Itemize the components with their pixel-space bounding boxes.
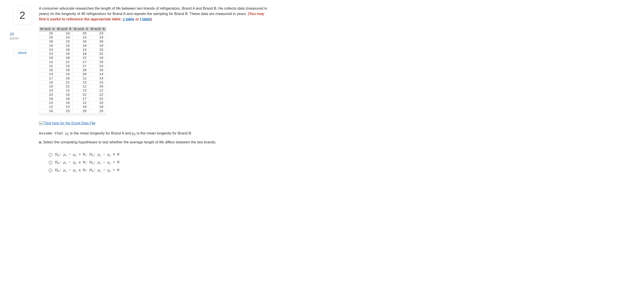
table-header-cell: Brand A <box>39 27 56 32</box>
table-cell: 18 <box>56 68 73 72</box>
intro-text: A consumer advocate researches the lengt… <box>39 6 267 16</box>
table-row: 14121312 <box>39 89 106 93</box>
data-table: Brand ABrand BBrand ABrand B 15242523252… <box>39 27 106 114</box>
table-cell: 16 <box>39 80 56 84</box>
table-scrollbar[interactable] <box>39 114 106 116</box>
table-cell: 21 <box>56 85 73 89</box>
assume-pre: Assume that <box>39 131 66 136</box>
radio-button[interactable] <box>49 153 52 156</box>
points-label: points <box>10 36 36 40</box>
table-cell: 14 <box>39 89 56 93</box>
z-table-link[interactable]: z table <box>123 17 134 21</box>
table-cell: 23 <box>39 52 56 56</box>
table-cell: 18 <box>56 56 73 60</box>
table-cell: 18 <box>90 56 106 60</box>
table-cell: 12 <box>90 89 106 93</box>
table-row: 12131818 <box>39 105 106 109</box>
table-cell: 15 <box>56 44 73 48</box>
table-cell: 20 <box>73 68 90 72</box>
table-cell: 15 <box>90 48 106 52</box>
table-cell: 12 <box>56 89 73 93</box>
table-cell: 19 <box>56 52 73 56</box>
table-row: 19151919 <box>39 44 106 48</box>
table-row: 24181315 <box>39 48 106 52</box>
ebook-button[interactable]: eBook <box>13 50 32 56</box>
ebook-label: eBook <box>18 51 27 54</box>
table-cell: 19 <box>56 93 73 97</box>
table-cell: 20 <box>73 109 90 113</box>
points-block: 10 points <box>9 32 36 40</box>
t-table-link[interactable]: t table <box>140 17 151 21</box>
table-cell: 20 <box>73 72 90 76</box>
table-cell: 25 <box>73 32 90 36</box>
table-cell: 16 <box>56 76 73 80</box>
table-header-cell: Brand A <box>73 27 90 32</box>
table-cell: 15 <box>39 32 56 36</box>
part-a-label: a. <box>39 140 42 144</box>
assume-mid: is the mean longevity for Brand A and <box>69 131 132 135</box>
table-cell: 23 <box>73 80 90 84</box>
hypothesis-text: H0: μ1 − μ2 = 0; HA: μ1 − μ2 ≠ 0 <box>55 152 120 157</box>
table-cell: 21 <box>56 80 73 84</box>
table-cell: 24 <box>56 32 73 36</box>
table-cell: 18 <box>39 40 56 44</box>
table-cell: 16 <box>90 101 106 105</box>
question-number: 2 <box>20 9 25 21</box>
hypothesis-option[interactable]: H0: μ1 − μ2 = 0; HA: μ1 − μ2 ≠ 0 <box>49 152 270 157</box>
table-cell: 19 <box>90 36 106 40</box>
table-row: 18182218 <box>39 56 106 60</box>
table-cell: 13 <box>73 36 90 40</box>
close-paren: ) <box>151 17 152 21</box>
table-row: 12151723 <box>39 64 106 68</box>
table-row: 25241319 <box>39 36 106 40</box>
table-cell: 13 <box>56 105 73 109</box>
table-cell: 18 <box>39 97 56 101</box>
table-row: 19211220 <box>39 85 106 89</box>
table-cell: 18 <box>90 105 106 109</box>
table-cell: 16 <box>56 101 73 105</box>
table-cell: 18 <box>90 68 106 72</box>
table-cell: 18 <box>73 105 90 109</box>
table-cell: 19 <box>39 85 56 89</box>
table-cell: 23 <box>90 64 106 68</box>
table-cell: 22 <box>90 52 106 56</box>
hypothesis-option[interactable]: H0: μ1 − μ2 ≤ 0; HA: μ1 − μ2 > 0 <box>49 168 270 173</box>
table-cell: 13 <box>73 48 90 52</box>
assume-line: Assume that μ1 is the mean longevity for… <box>39 131 270 136</box>
table-cell: 15 <box>90 60 106 64</box>
excel-file-icon <box>39 121 42 125</box>
table-cell: 12 <box>39 105 56 109</box>
table-cell: 23 <box>90 32 106 36</box>
radio-button[interactable] <box>49 161 52 164</box>
question-intro: A consumer advocate researches the lengt… <box>39 6 270 22</box>
table-cell: 23 <box>56 40 73 44</box>
table-cell: 24 <box>39 72 56 76</box>
table-cell: 19 <box>39 44 56 48</box>
table-cell: 20 <box>90 40 106 44</box>
table-row: 17161219 <box>39 76 106 80</box>
table-cell: 21 <box>56 60 73 64</box>
mu2-symbol: μ2 <box>132 131 136 135</box>
table-cell: 22 <box>90 97 106 101</box>
table-cell: 24 <box>56 72 73 76</box>
table-cell: 12 <box>73 76 90 80</box>
table-row: 23161216 <box>39 101 106 105</box>
table-cell: 17 <box>39 76 56 80</box>
points-value: 10 <box>10 32 36 36</box>
table-row: 18231620 <box>39 40 106 44</box>
table-header-cell: Brand B <box>90 27 106 32</box>
table-cell: 16 <box>39 109 56 113</box>
table-cell: 18 <box>56 48 73 52</box>
mu1-symbol: μ1 <box>66 131 69 135</box>
table-cell: 13 <box>39 60 56 64</box>
table-cell: 25 <box>39 36 56 40</box>
table-row: 23191822 <box>39 52 106 56</box>
radio-button[interactable] <box>49 169 52 172</box>
excel-download-link[interactable]: Click here for the Excel Data File <box>44 121 96 125</box>
table-cell: 17 <box>73 60 90 64</box>
hypothesis-option[interactable]: H0: μ1 − μ2 ≥ 0; HA: μ1 − μ2 < 0 <box>49 160 270 165</box>
table-header-cell: Brand B <box>56 27 73 32</box>
question-number-box: 2 <box>13 6 32 24</box>
table-cell: 24 <box>39 48 56 52</box>
table-cell: 19 <box>90 76 106 80</box>
